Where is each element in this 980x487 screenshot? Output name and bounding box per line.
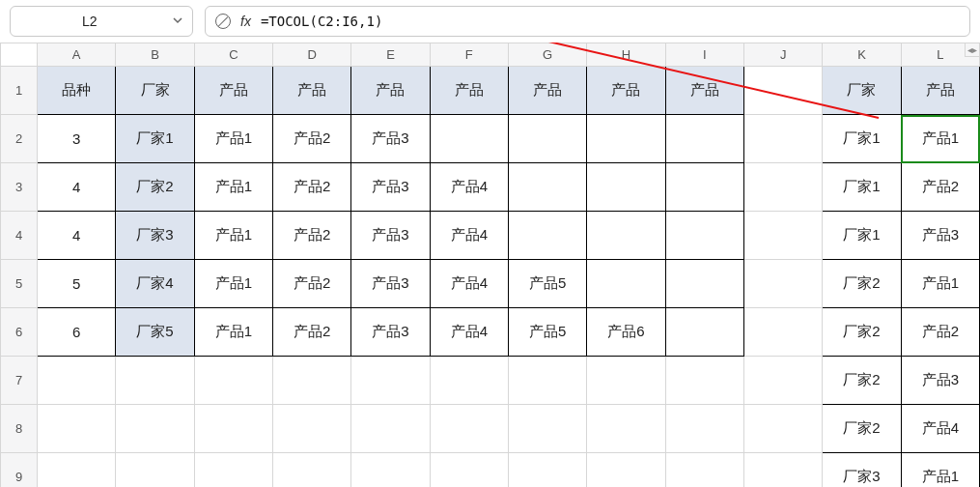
cell-G3[interactable] <box>508 163 586 212</box>
col-head-C[interactable]: C <box>194 43 272 67</box>
cell-B5[interactable]: 厂家4 <box>116 260 194 308</box>
cell-B2[interactable]: 厂家1 <box>116 115 194 163</box>
cell-F3[interactable]: 产品4 <box>430 163 508 212</box>
formula-input[interactable]: =TOCOL(C2:I6,1) <box>261 14 382 29</box>
cell-E7[interactable] <box>351 357 430 405</box>
cell-F9[interactable] <box>430 453 508 488</box>
cell-I5[interactable] <box>665 260 743 308</box>
cell-L8[interactable]: 产品4 <box>901 405 979 453</box>
cell-C1[interactable]: 产品 <box>194 67 272 115</box>
column-expand-icon[interactable]: ◂▸ <box>965 43 980 57</box>
col-head-E[interactable]: E <box>351 43 430 67</box>
cell-C9[interactable] <box>194 453 272 488</box>
cell-A7[interactable] <box>38 357 116 405</box>
cell-G1[interactable]: 产品 <box>508 67 586 115</box>
formula-bar[interactable]: fx =TOCOL(C2:I6,1) <box>205 6 970 37</box>
cell-K5[interactable]: 厂家2 <box>823 260 901 308</box>
cell-K9[interactable]: 厂家3 <box>823 453 901 488</box>
cell-F4[interactable]: 产品4 <box>430 212 508 260</box>
cell-I9[interactable] <box>665 453 743 488</box>
cell-B4[interactable]: 厂家3 <box>116 212 194 260</box>
row-head-5[interactable]: 5 <box>1 260 38 308</box>
cell-A4[interactable]: 4 <box>38 212 116 260</box>
cell-C7[interactable] <box>194 357 272 405</box>
cell-K1[interactable]: 厂家 <box>823 67 901 115</box>
cell-J2[interactable] <box>743 115 822 163</box>
cell-E5[interactable]: 产品3 <box>351 260 430 308</box>
cell-C4[interactable]: 产品1 <box>194 212 272 260</box>
row-head-8[interactable]: 8 <box>1 405 38 453</box>
cell-L6[interactable]: 产品2 <box>901 308 979 357</box>
cell-E2[interactable]: 产品3 <box>351 115 430 163</box>
cell-D8[interactable] <box>273 405 351 453</box>
cell-G4[interactable] <box>508 212 586 260</box>
col-head-D[interactable]: D <box>273 43 351 67</box>
row-head-4[interactable]: 4 <box>1 212 38 260</box>
cell-A9[interactable] <box>38 453 116 488</box>
cell-B1[interactable]: 厂家 <box>116 67 194 115</box>
cell-E6[interactable]: 产品3 <box>351 308 430 357</box>
col-head-I[interactable]: I <box>665 43 743 67</box>
cell-H7[interactable] <box>587 357 665 405</box>
chevron-down-icon[interactable] <box>171 14 184 30</box>
cell-I4[interactable] <box>665 212 743 260</box>
cell-H3[interactable] <box>587 163 665 212</box>
cell-L9[interactable]: 产品1 <box>901 453 979 488</box>
cell-K7[interactable]: 厂家2 <box>823 357 901 405</box>
cell-C5[interactable]: 产品1 <box>194 260 272 308</box>
col-head-J[interactable]: J <box>743 43 822 67</box>
cell-G5[interactable]: 产品5 <box>508 260 586 308</box>
cell-L3[interactable]: 产品2 <box>901 163 979 212</box>
cell-E3[interactable]: 产品3 <box>351 163 430 212</box>
col-head-A[interactable]: A <box>38 43 116 67</box>
row-head-7[interactable]: 7 <box>1 357 38 405</box>
cell-D2[interactable]: 产品2 <box>273 115 351 163</box>
cell-E1[interactable]: 产品 <box>351 67 430 115</box>
cell-D9[interactable] <box>273 453 351 488</box>
cell-J7[interactable] <box>743 357 822 405</box>
cell-D4[interactable]: 产品2 <box>273 212 351 260</box>
cell-G7[interactable] <box>508 357 586 405</box>
cell-C3[interactable]: 产品1 <box>194 163 272 212</box>
name-box[interactable]: L2 <box>10 6 193 37</box>
cell-H4[interactable] <box>587 212 665 260</box>
cell-L4[interactable]: 产品3 <box>901 212 979 260</box>
spreadsheet-grid[interactable]: ◂▸ A B C D E F G H I J K L 1 品种 厂家 产品 产品… <box>0 43 980 487</box>
cell-K4[interactable]: 厂家1 <box>823 212 901 260</box>
cell-D6[interactable]: 产品2 <box>273 308 351 357</box>
cell-L2[interactable]: 产品1 <box>901 115 979 163</box>
cell-G9[interactable] <box>508 453 586 488</box>
cell-A8[interactable] <box>38 405 116 453</box>
cell-D1[interactable]: 产品 <box>273 67 351 115</box>
cell-F5[interactable]: 产品4 <box>430 260 508 308</box>
cell-J9[interactable] <box>743 453 822 488</box>
cell-I6[interactable] <box>665 308 743 357</box>
select-all-corner[interactable] <box>1 43 38 67</box>
cell-L5[interactable]: 产品1 <box>901 260 979 308</box>
cell-H8[interactable] <box>587 405 665 453</box>
col-head-G[interactable]: G <box>508 43 586 67</box>
cell-C8[interactable] <box>194 405 272 453</box>
cell-H5[interactable] <box>587 260 665 308</box>
cell-I2[interactable] <box>665 115 743 163</box>
cell-J6[interactable] <box>743 308 822 357</box>
row-head-2[interactable]: 2 <box>1 115 38 163</box>
col-head-B[interactable]: B <box>116 43 194 67</box>
cell-B9[interactable] <box>116 453 194 488</box>
cell-I8[interactable] <box>665 405 743 453</box>
cell-F8[interactable] <box>430 405 508 453</box>
row-head-1[interactable]: 1 <box>1 67 38 115</box>
row-head-3[interactable]: 3 <box>1 163 38 212</box>
cell-D7[interactable] <box>273 357 351 405</box>
cell-B8[interactable] <box>116 405 194 453</box>
cell-F7[interactable] <box>430 357 508 405</box>
cell-J5[interactable] <box>743 260 822 308</box>
cell-I7[interactable] <box>665 357 743 405</box>
cell-H9[interactable] <box>587 453 665 488</box>
cell-E8[interactable] <box>351 405 430 453</box>
cell-G8[interactable] <box>508 405 586 453</box>
cell-G6[interactable]: 产品5 <box>508 308 586 357</box>
cell-J1[interactable] <box>743 67 822 115</box>
cell-K2[interactable]: 厂家1 <box>823 115 901 163</box>
cell-C6[interactable]: 产品1 <box>194 308 272 357</box>
